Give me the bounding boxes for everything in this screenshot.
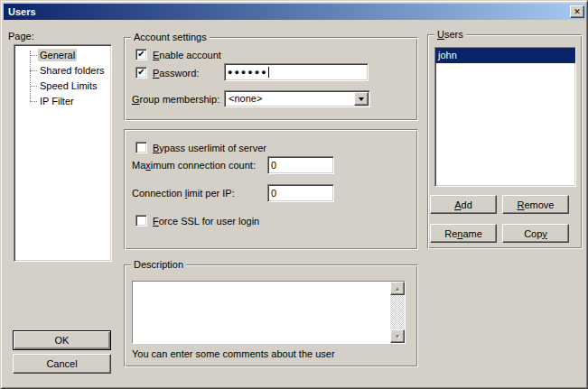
max-connection-label: Maximum connection count: [132, 160, 256, 171]
tree-item-label: Shared folders [38, 64, 107, 77]
password-label: Password: [153, 68, 199, 79]
users-list: john [434, 47, 576, 187]
chevron-down-icon [359, 97, 364, 101]
checkbox-box: ✔ [135, 49, 147, 60]
max-connection-input[interactable] [267, 156, 334, 174]
description-edit-area[interactable] [133, 282, 390, 343]
check-icon: ✔ [137, 50, 145, 59]
check-icon: ✔ [137, 68, 145, 77]
ok-button[interactable]: OK [13, 330, 111, 350]
enable-account-label: Enable account [153, 50, 221, 60]
rename-user-button[interactable]: Rename [430, 224, 497, 243]
checkbox-box [135, 215, 147, 227]
description-hint: You can enter some comments about the us… [132, 348, 335, 360]
checkbox-box: ✔ [135, 67, 147, 79]
bypass-userlimit-checkbox[interactable]: Bypass userlimit of server [135, 142, 266, 153]
password-checkbox[interactable]: ✔ Password: [135, 67, 199, 79]
page-label: Page: [8, 31, 34, 42]
users-group: Users john Add Remove Rename Copy [427, 34, 583, 249]
tree-item-general[interactable]: General [14, 48, 111, 63]
scroll-down-button[interactable]: ▼ [390, 329, 405, 343]
window-title: Users [8, 6, 36, 17]
force-ssl-checkbox[interactable]: Force SSL for user login [135, 215, 259, 227]
arrow-down-icon: ▼ [395, 333, 401, 339]
tree-item-label: Speed Limits [38, 79, 99, 92]
ip-limit-label: Connection limit per IP: [132, 188, 235, 199]
account-settings-group: Account settings ✔ Enable account ✔ Pass… [124, 37, 418, 121]
scrollbar-track[interactable] [390, 295, 405, 329]
password-input[interactable]: ●●●●●● [224, 63, 369, 81]
users-dialog: Users ✕ Page: General Shared folders Spe… [0, 0, 588, 389]
enable-account-checkbox[interactable]: ✔ Enable account [135, 49, 221, 60]
description-scrollbar[interactable]: ▲ ▼ [390, 282, 405, 343]
remove-user-button[interactable]: Remove [502, 195, 569, 214]
add-user-button[interactable]: Add [430, 195, 497, 214]
text-cursor [268, 67, 269, 78]
password-masked-value: ●●●●●● [228, 68, 268, 77]
description-title: Description [131, 259, 186, 271]
tree-item-shared-folders[interactable]: Shared folders [14, 63, 111, 79]
force-ssl-label: Force SSL for user login [153, 216, 259, 227]
group-membership-label: Group membership: [132, 94, 219, 106]
page-tree: General Shared folders Speed Limits IP F… [14, 44, 112, 262]
tree-item-ip-filter[interactable]: IP Filter [14, 94, 111, 109]
user-name: john [438, 50, 457, 60]
cancel-button[interactable]: Cancel [13, 354, 111, 374]
group-membership-value: <none> [229, 93, 262, 105]
copy-user-button[interactable]: Copy [502, 224, 569, 243]
checkbox-box [135, 142, 147, 153]
user-list-item[interactable]: john [435, 48, 575, 63]
ip-limit-input[interactable] [267, 184, 334, 202]
group-membership-select[interactable]: <none> [224, 90, 370, 107]
arrow-up-icon: ▲ [395, 285, 401, 292]
account-settings-title: Account settings [131, 32, 210, 43]
close-button[interactable]: ✕ [570, 5, 584, 18]
bypass-userlimit-label: Bypass userlimit of server [153, 143, 266, 153]
description-group: Description ▲ ▼ You can enter some comme… [124, 264, 418, 367]
limits-group: Bypass userlimit of server Maximum conne… [124, 129, 418, 250]
close-icon: ✕ [574, 8, 581, 16]
scroll-up-button[interactable]: ▲ [390, 282, 405, 295]
users-title: Users [434, 29, 466, 41]
tree-item-label: IP Filter [38, 95, 76, 107]
dropdown-button[interactable] [354, 92, 369, 106]
titlebar[interactable]: Users ✕ [4, 4, 586, 20]
description-textarea[interactable]: ▲ ▼ [132, 281, 406, 344]
tree-item-speed-limits[interactable]: Speed Limits [14, 79, 111, 94]
tree-item-label: General [38, 49, 77, 61]
